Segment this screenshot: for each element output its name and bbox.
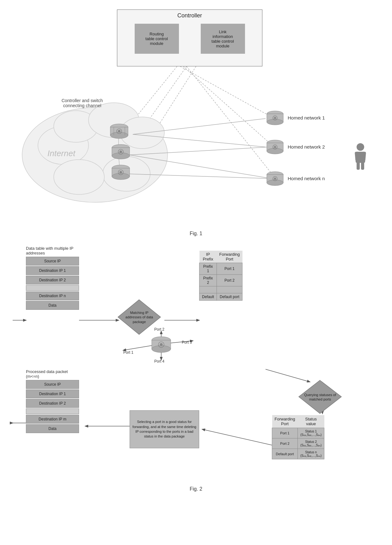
- brow-ellipsis: [26, 408, 79, 414]
- svg-line-18: [128, 174, 272, 179]
- status-table: Forwarding Port Status value Port 1 Stat…: [272, 415, 324, 459]
- routing-module: Routing table control module: [135, 24, 179, 54]
- process-box: Selecting a port in a good status for fo…: [130, 410, 199, 448]
- brow-dest-ip2: Destination IP 2: [26, 399, 79, 408]
- svg-line-5: [183, 66, 269, 142]
- row-source-ip: Source IP: [26, 257, 79, 266]
- svg-point-32: [119, 150, 122, 153]
- homed-label-2: Homed network 2: [288, 144, 325, 150]
- flow-prefix1: Prefix 1: [199, 263, 217, 275]
- homed-label-1: Homed network 1: [288, 115, 325, 120]
- flow-port1: Port 1: [217, 263, 242, 275]
- cylinder-icon-n: [266, 171, 285, 186]
- port4-label: Port 4: [154, 359, 164, 364]
- svg-point-76: [152, 346, 171, 352]
- row-dest-ip2: Destination IP 2: [26, 276, 79, 285]
- flow-default: Default: [199, 293, 217, 301]
- svg-line-66: [202, 429, 272, 445]
- processed-packet-title: Processed data packet (m<=n): [26, 369, 79, 379]
- svg-point-47: [274, 146, 276, 148]
- link-module: Link information table control module: [201, 24, 245, 54]
- diamond1-text: Matching IP addresses of data package: [122, 310, 157, 324]
- switch-icon-2: [111, 144, 131, 160]
- flow-table: IP Prefix Forwarding Port Prefix 1Port 1…: [199, 251, 242, 301]
- brow-source-ip: Source IP: [26, 380, 79, 389]
- data-table-top: Data table with multiple IP addresses So…: [26, 246, 79, 310]
- flow-ellipsis: [199, 286, 217, 293]
- svg-line-14: [133, 119, 266, 134]
- svg-point-8: [38, 126, 89, 164]
- svg-line-6: [187, 66, 272, 174]
- switch-center: [150, 336, 172, 355]
- flow-default-port: Default port: [217, 293, 242, 301]
- fig2-diagram: Data table with multiple IP addresses So…: [6, 243, 386, 483]
- svg-point-52: [274, 178, 276, 180]
- svg-point-78: [160, 343, 163, 346]
- status-header-port: Forwarding Port: [272, 415, 298, 428]
- status-val2: Status 2(S₂₁,S₂₂,...,S₂ₙ): [298, 438, 324, 449]
- svg-point-37: [119, 171, 122, 174]
- svg-point-53: [357, 143, 364, 151]
- controller-title: Controller: [117, 12, 262, 19]
- svg-point-27: [118, 130, 120, 132]
- svg-line-3: [130, 66, 196, 171]
- status-valn: Status n(Sₙ₁,Sₙ₂,...,Sₙₙ): [298, 449, 324, 459]
- svg-line-15: [133, 134, 266, 147]
- row-data: Data: [26, 301, 79, 310]
- status-header-value: Status value: [298, 415, 324, 428]
- svg-point-7: [22, 107, 168, 202]
- flow-port2: Port 2: [217, 275, 242, 286]
- internet-label: Internet: [47, 149, 75, 158]
- flow-ellipsis2: [217, 286, 242, 293]
- svg-line-17: [130, 155, 272, 179]
- data-table-rows-top: Source IP Destination IP 1 Destination I…: [26, 257, 79, 310]
- row-dest-ipn: Destination IP n: [26, 291, 79, 300]
- port1-label: Port 1: [123, 350, 133, 355]
- status-port1: Port 1: [272, 428, 298, 438]
- svg-point-30: [112, 153, 130, 159]
- data-table-title: Data table with multiple IP addresses: [26, 246, 79, 255]
- switch-icon-3: [111, 164, 131, 180]
- flow-prefix2: Prefix 2: [199, 275, 217, 286]
- homed-network-2: Homed network 2: [266, 139, 325, 154]
- homed-network-1: Homed network 1: [266, 110, 325, 125]
- svg-line-1: [123, 66, 177, 133]
- status-port2: Port 2: [272, 438, 298, 449]
- fig1-caption: Fig. 1: [6, 231, 386, 236]
- brow-dest-ipm: Destination IP m: [26, 415, 79, 424]
- svg-point-23: [110, 132, 128, 138]
- svg-point-9: [54, 111, 98, 142]
- flow-table-header-port: Forwarding Port: [217, 251, 242, 263]
- fig2-caption: Fig. 2: [6, 486, 386, 492]
- flow-table-header-prefix: IP Prefix: [199, 251, 217, 263]
- page-container: Controller Routing table control module …: [0, 0, 392, 505]
- svg-point-13: [54, 160, 104, 194]
- controller-box: Controller Routing table control module …: [117, 9, 262, 66]
- cylinder-icon-2: [266, 139, 285, 154]
- homed-label-n: Homed network n: [288, 176, 325, 181]
- status-default: Default port: [272, 449, 298, 459]
- svg-rect-57: [357, 162, 360, 170]
- data-table-bottom: Processed data packet (m<=n) Source IP D…: [26, 369, 79, 433]
- brow-data: Data: [26, 424, 79, 433]
- homed-network-n: Homed network n: [266, 171, 325, 186]
- fig1-diagram: Controller Routing table control module …: [6, 6, 386, 228]
- person-icon: [351, 142, 370, 175]
- ctrl-switch-label: Controller and switch connecting channel: [57, 98, 107, 108]
- svg-line-4: [180, 66, 269, 115]
- brow-dest-ip1: Destination IP 1: [26, 389, 79, 398]
- svg-line-16: [130, 147, 269, 155]
- controller-modules: Routing table control module Link inform…: [117, 24, 262, 54]
- row-ellipsis: [26, 285, 79, 291]
- svg-line-2: [126, 66, 187, 152]
- port3-label: Port 3: [182, 340, 192, 345]
- switch-icon-1: [109, 123, 130, 139]
- diamond2-text: Querying statuses of matched ports: [303, 392, 338, 401]
- svg-rect-58: [361, 162, 364, 170]
- process-box-text: Selecting a port in a good status for fo…: [132, 419, 197, 439]
- diamond2-container: Querying statuses of matched ports: [297, 379, 343, 415]
- svg-point-42: [274, 117, 276, 119]
- flow-table-container: IP Prefix Forwarding Port Prefix 1Port 1…: [199, 251, 238, 257]
- svg-point-35: [112, 173, 130, 180]
- data-table-rows-bottom: Source IP Destination IP 1 Destination I…: [26, 380, 79, 433]
